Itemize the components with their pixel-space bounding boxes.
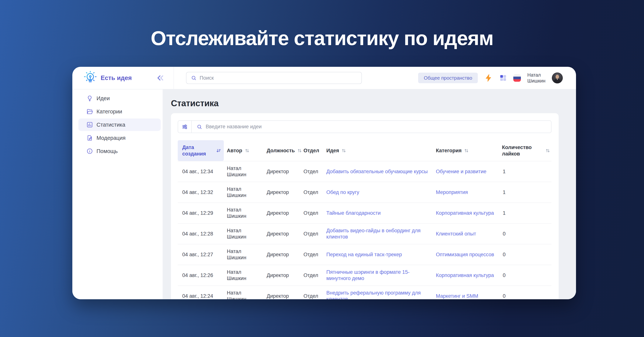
folder-icon [86, 108, 93, 115]
table-cell-likes: 1 [502, 210, 552, 216]
table-cell-role: Директор [267, 272, 304, 279]
table-header-row: Дата созданияАвторДолжностьОтделИдеяКате… [178, 140, 552, 161]
sidebar-item-статистика[interactable]: Статистика [78, 118, 161, 131]
search-icon [191, 75, 196, 81]
table-body: 04 авг., 12:34Натал ШишкинДиректорОтделД… [178, 161, 552, 299]
table-cell-role: Директор [267, 231, 304, 237]
idea-link[interactable]: Пятничные шэринги в формате 15-минутного… [326, 269, 410, 281]
apps-grid-icon[interactable] [499, 74, 507, 82]
user-first-name: Натал [527, 72, 546, 78]
idea-link[interactable]: Тайные благодарности [326, 210, 381, 216]
table-row: 04 авг., 12:29Натал ШишкинДиректорОтделТ… [178, 202, 552, 223]
statistics-table: Дата созданияАвторДолжностьОтделИдеяКате… [178, 140, 552, 299]
table-cell-dept: Отдел [304, 272, 326, 279]
sort-desc-icon[interactable] [216, 148, 221, 153]
user-avatar[interactable] [552, 72, 563, 83]
user-last-name: Шишкин [527, 78, 546, 84]
sort-icon[interactable] [464, 148, 469, 153]
filter-sliders-button[interactable] [178, 121, 192, 133]
table-cell-role: Директор [267, 293, 304, 299]
table-cell-category: Оптимизация процессов [436, 252, 502, 258]
sidebar-menu: ИдеиКатегорииСтатистикаМодерацияПомощь [72, 92, 162, 157]
lightning-icon[interactable] [484, 74, 493, 82]
sidebar-item-label: Статистика [96, 122, 125, 128]
sidebar-item-категории[interactable]: Категории [78, 105, 161, 118]
category-link[interactable]: Оптимизация процессов [436, 252, 494, 257]
sidebar-item-идеи[interactable]: Идеи [78, 92, 161, 104]
idea-link[interactable]: Добавить обязательные обучающие курсы [326, 169, 428, 174]
table-cell-dept: Отдел [304, 210, 326, 216]
column-header-category[interactable]: Категория [436, 148, 502, 154]
sort-icon[interactable] [545, 148, 550, 153]
bulb-icon [86, 95, 93, 102]
sort-icon[interactable] [297, 148, 302, 153]
sidebar-item-модерация[interactable]: Модерация [78, 132, 161, 144]
logo-text: Есть идея [101, 74, 132, 81]
category-link[interactable]: Обучение и развитие [436, 169, 486, 174]
window-body: ИдеиКатегорииСтатистикаМодерацияПомощь С… [72, 89, 576, 299]
logo-area: Есть идея [72, 67, 174, 89]
logo-lightbulb-icon [83, 70, 98, 85]
category-link[interactable]: Корпоративная культура [436, 273, 494, 278]
table-row: 04 авг., 12:27Натал ШишкинДиректорОтделП… [178, 244, 552, 265]
table-row: 04 авг., 12:32Натал ШишкинДиректорОтделО… [178, 182, 552, 202]
column-header-date[interactable]: Дата создания [178, 140, 224, 161]
table-row: 04 авг., 12:26Натал ШишкинДиректорОтделП… [178, 265, 552, 286]
table-cell-role: Директор [267, 210, 304, 216]
table-row: 04 авг., 12:24Натал ШишкинДиректорОтделВ… [178, 286, 552, 299]
page-background: Отслеживайте статистику по идеям [0, 0, 644, 337]
column-header-likes[interactable]: Количество лайков [502, 144, 552, 157]
column-header-author[interactable]: Автор [227, 148, 267, 154]
category-link[interactable]: Корпоративная культура [436, 210, 494, 216]
idea-search-input[interactable] [205, 124, 551, 130]
column-header-label: Категория [436, 148, 462, 154]
table-cell-author: Натал Шишкин [227, 290, 267, 299]
table-row: 04 авг., 12:34Натал ШишкинДиректорОтделД… [178, 161, 552, 182]
table-cell-likes: 0 [502, 293, 552, 299]
topbar-actions: Общее пространство [418, 72, 563, 84]
space-selector-button[interactable]: Общее пространство [418, 73, 478, 83]
table-cell-date: 04 авг., 12:28 [178, 231, 227, 237]
idea-link[interactable]: Переход на единый таск-трекер [326, 252, 402, 257]
column-header-idea[interactable]: Идея [326, 148, 436, 154]
sort-icon[interactable] [244, 148, 250, 153]
table-cell-author: Натал Шишкин [227, 228, 267, 240]
sidebar-item-помощь[interactable]: Помощь [78, 145, 161, 157]
table-cell-category: Маркетинг и SMM [436, 293, 502, 299]
category-link[interactable]: Клиентский опыт [436, 231, 476, 237]
bar-chart-icon [86, 121, 93, 128]
app-window: Есть идея Общее пространство [72, 67, 576, 299]
table-cell-date: 04 авг., 12:34 [178, 168, 227, 175]
table-cell-category: Клиентский опыт [436, 231, 502, 237]
global-search-input[interactable] [199, 75, 362, 81]
table-cell-category: Корпоративная культура [436, 272, 502, 279]
global-search[interactable] [186, 72, 362, 84]
table-cell-category: Обучение и развитие [436, 168, 502, 175]
table-cell-idea: Пятничные шэринги в формате 15-минутного… [326, 269, 436, 282]
table-cell-date: 04 авг., 12:32 [178, 189, 227, 196]
sort-icon[interactable] [341, 148, 346, 153]
idea-link[interactable]: Добавить видео-гайды в онбординг для кли… [326, 228, 420, 240]
column-header-role[interactable]: Должность [267, 148, 304, 154]
table-cell-likes: 0 [502, 231, 552, 237]
category-link[interactable]: Маркетинг и SMM [436, 293, 478, 299]
idea-search[interactable] [192, 121, 551, 133]
table-cell-date: 04 авг., 12:29 [178, 210, 227, 216]
column-header-label: Дата создания [182, 144, 209, 157]
table-cell-idea: Добавить обязательные обучающие курсы [326, 168, 436, 175]
table-cell-dept: Отдел [304, 293, 326, 299]
idea-filter-bar [178, 120, 552, 133]
info-icon [86, 148, 93, 155]
language-flag-ru-icon[interactable] [513, 74, 521, 82]
table-cell-likes: 1 [502, 189, 552, 196]
table-cell-dept: Отдел [304, 231, 326, 237]
table-cell-idea: Добавить видео-гайды в онбординг для кли… [326, 228, 436, 240]
table-cell-date: 04 авг., 12:26 [178, 272, 227, 279]
idea-link[interactable]: Внедрить реферальную программу для клиен… [326, 290, 421, 299]
category-link[interactable]: Мероприятия [436, 189, 468, 195]
column-header-dept: Отдел [304, 148, 326, 154]
sidebar-collapse-button[interactable] [156, 74, 164, 82]
table-cell-category: Мероприятия [436, 189, 502, 196]
idea-link[interactable]: Обед по кругу [326, 189, 359, 195]
table-cell-date: 04 авг., 12:27 [178, 252, 227, 258]
